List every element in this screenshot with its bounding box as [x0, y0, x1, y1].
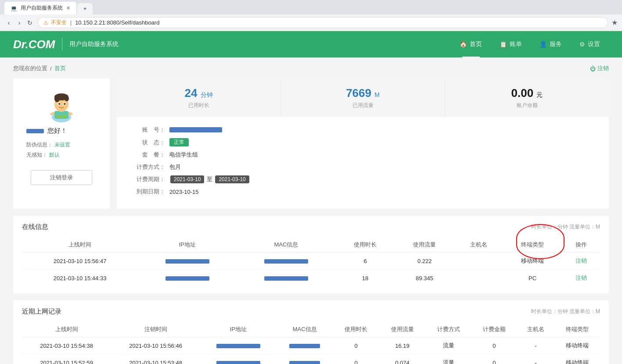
- nav-settings-label: 设置: [588, 40, 600, 48]
- mac-2: [237, 270, 335, 287]
- avatar-svg: [44, 87, 79, 122]
- url-text: 10.150.2.21:8080/Self/dashboard: [75, 19, 159, 26]
- terminal-1: 移动终端: [503, 253, 562, 270]
- host-1: [454, 253, 503, 270]
- breadcrumb-home[interactable]: 首页: [54, 64, 66, 72]
- billing-icon: 📋: [500, 41, 507, 48]
- profile-card: 您好！ 防伪信息： 未设置 无感知： 默认 注销登录: [13, 79, 110, 209]
- action-2[interactable]: 注销: [562, 270, 600, 287]
- account-status-row: 状 态： 正常: [130, 138, 596, 146]
- forward-btn[interactable]: ›: [15, 18, 24, 27]
- active-tab[interactable]: 💻 用户自助服务系统 ✕: [4, 2, 76, 14]
- svg-rect-13: [55, 115, 68, 118]
- table-row: 2021-03-10 15:52:59 2021-03-10 15:53:48 …: [22, 354, 600, 364]
- avatar: [44, 87, 79, 122]
- stat-flow: 7669 M 已用流量: [281, 79, 445, 117]
- home-icon: 🏠: [460, 41, 467, 48]
- flow-1: 0.222: [395, 253, 454, 270]
- stats-row: 24 分钟 已用时长 7669 M 已用流量 0.00 元: [117, 79, 609, 117]
- action-1[interactable]: 注销: [562, 253, 600, 270]
- status-badge: 正常: [169, 138, 189, 146]
- period-end-badge: 2021-03-10: [215, 175, 249, 183]
- rcol-billing: 计费方式: [426, 322, 471, 337]
- rcol-amount: 计费金额: [471, 322, 517, 337]
- warning-icon: ⚠: [43, 20, 48, 26]
- profile-logout-btn[interactable]: 注销登录: [31, 170, 92, 185]
- mac-1: [237, 253, 335, 270]
- stats-area: 24 分钟 已用时长 7669 M 已用流量 0.00 元: [117, 79, 609, 209]
- profile-anti-cheat: 防伪信息： 未设置 无感知： 默认: [22, 139, 101, 164]
- nav-settings[interactable]: ⚙ 设置: [571, 31, 609, 57]
- page-content: 您现在的位置 / 首页 ⏻ 注销: [0, 57, 622, 364]
- svg-point-8: [65, 96, 69, 101]
- table-row: 2021-03-10 15:44:33 18 89.345 PC 注销: [22, 270, 600, 287]
- svg-point-7: [54, 95, 60, 102]
- col-ip: IP地址: [138, 237, 237, 253]
- recent-table-header: 上线时间 注销时间 IP地址 MAC信息 使用时长 使用流量 计费方式 计费金额…: [22, 322, 600, 337]
- top-logout-btn[interactable]: ⏻ 注销: [590, 64, 609, 72]
- url-bar[interactable]: ⚠ 不安全 | 10.150.2.21:8080/Self/dashboard: [38, 17, 608, 28]
- nav-billing[interactable]: 📋 账单: [491, 31, 531, 57]
- anti-cheat-link[interactable]: 未设置: [54, 141, 70, 149]
- rcol-mac: MAC信息: [276, 322, 333, 337]
- tab-close-btn[interactable]: ✕: [66, 5, 70, 11]
- svg-point-12: [64, 103, 65, 105]
- breadcrumb-prefix: 您现在的位置: [13, 64, 47, 72]
- online-table-header: 上线时间 IP地址 MAC信息 使用时长 使用流量 主机名 终端类型 操作: [22, 237, 600, 253]
- col-action: 操作: [562, 237, 600, 253]
- ip-2: [138, 270, 237, 287]
- col-flow: 使用流量: [395, 237, 454, 253]
- browser-address-bar: ‹ › ↻ ⚠ 不安全 | 10.150.2.21:8080/Self/dash…: [0, 14, 622, 31]
- no-sense-link[interactable]: 默认: [49, 151, 60, 159]
- settings-icon: ⚙: [579, 41, 585, 48]
- table-row: 2021-03-10 15:56:47 6 0.222 移动终端 注销: [22, 253, 600, 270]
- nav-buttons: ‹ › ↻: [4, 18, 34, 27]
- recent-records-title: 近期上网记录: [22, 307, 61, 316]
- rcol-logout: 注销时间: [111, 322, 200, 337]
- col-terminal: 终端类型: [503, 237, 562, 253]
- col-mac: MAC信息: [237, 237, 335, 253]
- table-row: 2021-03-10 15:54:38 2021-03-10 15:56:46 …: [22, 337, 600, 354]
- tab-title: 用户自助服务系统: [21, 4, 63, 12]
- new-tab-btn[interactable]: +: [77, 3, 93, 14]
- nav-home[interactable]: 🏠 首页: [451, 31, 491, 57]
- logout-icon: ⏻: [590, 65, 596, 72]
- account-number-masked: [169, 127, 222, 132]
- refresh-btn[interactable]: ↻: [25, 18, 34, 27]
- col-login-time: 上线时间: [22, 237, 138, 253]
- browser-tab-bar: 💻 用户自助服务系统 ✕ +: [0, 0, 622, 14]
- account-info-card: 账 号： 状 态： 正常 套 餐： 电信学生组 计费方式： 包月 计费周期：: [117, 117, 609, 209]
- recent-records-note: 时长单位：分钟 流量单位：M: [531, 308, 600, 315]
- app-header: Dr.COM 用户自助服务系统 🏠 首页 📋 账单 👤 服务 ⚙ 设置: [0, 31, 622, 57]
- account-number-row: 账 号：: [130, 126, 596, 134]
- nav-billing-label: 账单: [510, 40, 522, 48]
- rcol-ip: IP地址: [200, 322, 276, 337]
- online-info-section: 在线信息 时长单位：分钟 流量单位：M 上线时间 IP地址 MAC信息 使用时长…: [13, 216, 609, 293]
- online-info-title: 在线信息: [22, 223, 48, 231]
- terminal-2: PC: [503, 270, 562, 287]
- ip-1: [138, 253, 237, 270]
- greeting-text: 您好！: [47, 127, 67, 135]
- rcol-login: 上线时间: [22, 322, 111, 337]
- stat-balance-label: 账户余额: [454, 102, 600, 109]
- package-val: 电信学生组: [169, 151, 198, 159]
- nav-service[interactable]: 👤 服务: [531, 31, 571, 57]
- flow-2: 89.345: [395, 270, 454, 287]
- nav-service-label: 服务: [550, 40, 562, 48]
- expire-row: 到期日期： 2023-10-15: [130, 188, 596, 196]
- svg-point-11: [58, 103, 60, 105]
- security-label: 不安全: [51, 19, 67, 26]
- stat-flow-label: 已用流量: [290, 102, 436, 109]
- logo-divider: [62, 38, 62, 51]
- back-btn[interactable]: ‹: [4, 18, 13, 27]
- username-masked: [26, 129, 44, 133]
- stat-time-value: 24 分钟: [126, 86, 272, 100]
- recent-records-section: 近期上网记录 时长单位：分钟 流量单位：M 上线时间 注销时间 IP地址 MAC…: [13, 300, 609, 364]
- duration-1: 6: [336, 253, 395, 270]
- nav-home-label: 首页: [470, 40, 482, 48]
- recent-records-table: 上线时间 注销时间 IP地址 MAC信息 使用时长 使用流量 计费方式 计费金额…: [22, 322, 600, 364]
- online-info-table: 上线时间 IP地址 MAC信息 使用时长 使用流量 主机名 终端类型 操作: [22, 237, 600, 286]
- bookmark-icon[interactable]: ★: [611, 18, 618, 27]
- login-time-1: 2021-03-10 15:56:47: [22, 253, 138, 270]
- stat-balance-value: 0.00 元: [454, 86, 600, 100]
